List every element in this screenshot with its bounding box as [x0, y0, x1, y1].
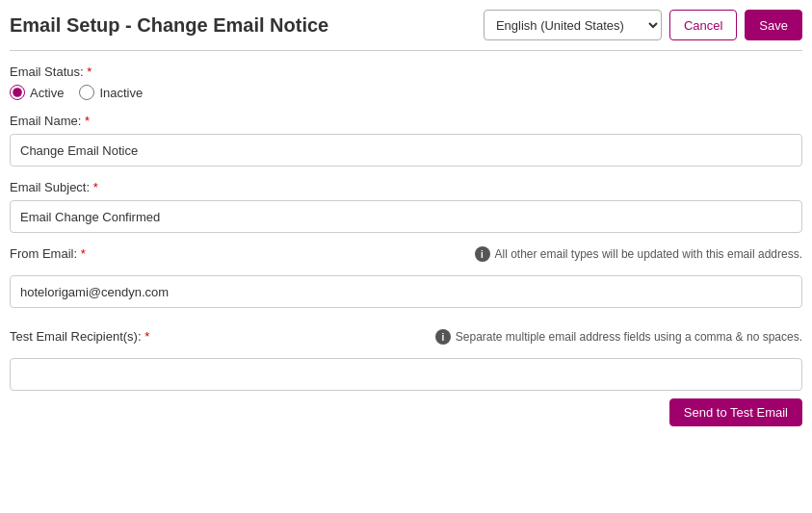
save-button[interactable]: Save — [745, 10, 802, 40]
page-title: Email Setup - Change Email Notice — [10, 14, 328, 37]
email-subject-label: Email Subject: * — [10, 180, 802, 194]
test-email-input[interactable] — [10, 358, 802, 391]
info-icon: i — [475, 246, 490, 262]
test-email-section: Test Email Recipient(s): * i Separate mu… — [10, 329, 802, 426]
test-email-header-row: Test Email Recipient(s): * i Separate mu… — [10, 329, 802, 345]
cancel-button[interactable]: Cancel — [669, 10, 737, 40]
from-email-header-row: From Email: * i All other email types wi… — [10, 246, 802, 262]
email-status-section: Email Status: * Active Inactive — [10, 64, 802, 100]
send-test-email-button[interactable]: Send to Test Email — [669, 398, 802, 426]
test-info-icon: i — [435, 329, 451, 345]
test-email-required: * — [144, 329, 149, 344]
test-email-note: i Separate multiple email address fields… — [435, 329, 802, 345]
active-radio[interactable] — [10, 85, 25, 100]
email-subject-required: * — [93, 180, 98, 194]
from-email-required: * — [81, 246, 86, 261]
language-select[interactable]: English (United States)SpanishFrench — [484, 10, 662, 40]
email-name-input[interactable] — [10, 134, 802, 167]
active-label: Active — [30, 86, 64, 100]
email-status-label: Email Status: * — [10, 64, 802, 79]
active-radio-option[interactable]: Active — [10, 85, 64, 100]
test-email-label: Test Email Recipient(s): * — [10, 329, 149, 344]
from-email-note: i All other email types will be updated … — [475, 246, 803, 262]
header-row: Email Setup - Change Email Notice Englis… — [10, 10, 802, 51]
email-name-label: Email Name: * — [10, 114, 802, 128]
inactive-radio[interactable] — [79, 85, 94, 100]
required-marker: * — [87, 64, 92, 79]
email-subject-section: Email Subject: * — [10, 180, 802, 233]
from-email-input[interactable] — [10, 275, 802, 308]
from-email-section: From Email: * i All other email types wi… — [10, 246, 802, 308]
from-email-label: From Email: * — [10, 246, 86, 261]
email-status-radio-group: Active Inactive — [10, 85, 802, 100]
page-container: Email Setup - Change Email Notice Englis… — [0, 0, 812, 513]
email-name-required: * — [85, 114, 90, 128]
email-subject-input[interactable] — [10, 200, 802, 233]
inactive-label: Inactive — [99, 86, 143, 100]
inactive-radio-option[interactable]: Inactive — [79, 85, 143, 100]
email-name-section: Email Name: * — [10, 114, 802, 167]
header-controls: English (United States)SpanishFrench Can… — [484, 10, 802, 40]
